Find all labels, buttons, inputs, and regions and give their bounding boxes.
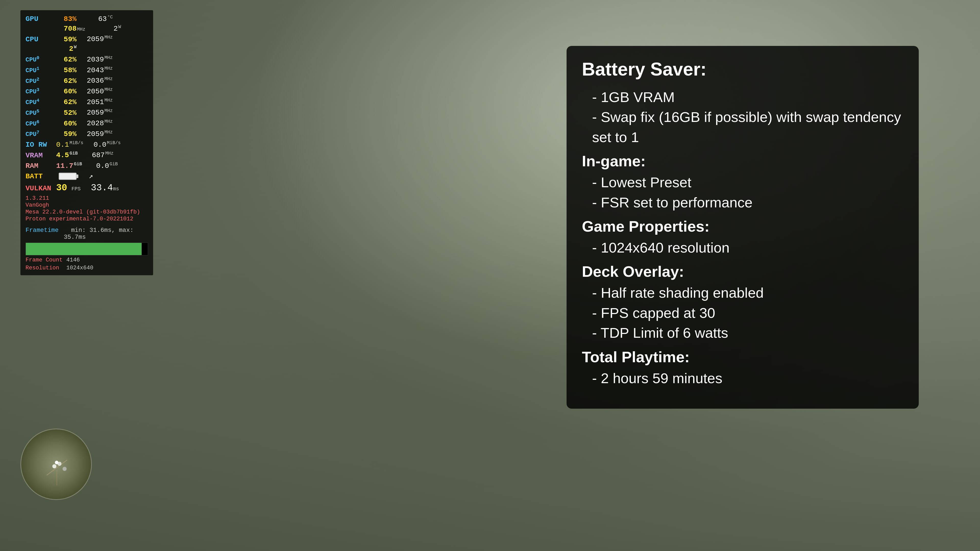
cpu-usage: 59% [56,35,76,44]
deck-overlay-section: Deck Overlay: - Half rate shading enable… [582,263,904,343]
cpu1-clock: 2043MHz [87,65,113,75]
io-label: IO RW [25,140,56,149]
vulkan-device: VanGogh [25,202,148,208]
fps-value: 30 [56,182,72,194]
frame-count-value: 4146 [66,257,80,263]
vram-clock: 687MHz [88,151,114,160]
total-playtime-title: Total Playtime: [582,348,904,366]
proton-version: Proton experimental-7.0-20221012 [25,216,148,222]
gpu-clock-row: 708MHz 2W [56,24,148,34]
cpu-label: CPU [25,35,56,44]
battery-saver-section: - 1GB VRAM - Swap fix (16GB if possible)… [582,87,904,147]
cpu4-usage: 62% [56,98,76,107]
fps-unit: FPS [72,186,81,192]
resolution-label: Resolution [25,265,66,271]
ingame-item-1: - Lowest Preset [582,172,904,192]
frame-count-row: Frame Count 4146 [25,257,148,263]
battery-item-1: - 1GB VRAM [582,87,904,107]
svg-point-4 [62,467,67,471]
cpu5-clock: 2059MHz [87,108,113,118]
cpu0-clock: 2039MHz [87,55,113,65]
frametime-info: min: 31.6ms, max: 35.7ms [64,227,148,241]
deck-overlay-item-2: - FPS capped at 30 [582,303,904,323]
gpu-label: GPU [25,14,56,24]
vulkan-fps-row: VULKAN 30 FPS 33.4 ms [25,182,148,194]
deck-overlay-item-1: - Half rate shading enabled [582,283,904,303]
svg-point-2 [52,464,56,468]
frametime-value: 33.4 [91,182,113,194]
cpu3-label: CPU3 [25,87,56,96]
vulkan-version: 1.3.211 [25,195,148,202]
cpu-power-row: 2W [56,44,148,54]
deck-overlay-title: Deck Overlay: [582,263,904,280]
vulkan-label: VULKAN [25,184,56,193]
gpu-row: GPU 83% 63°C [25,14,148,24]
vram-row: VRAM 4.5GiB 687MHz [25,151,148,160]
cpu3-clock: 2050MHz [87,87,113,97]
cpu6-label: CPU6 [25,119,56,128]
cpu2-row: CPU2 62% 2036MHz [25,76,148,86]
minimap [21,429,92,500]
frametime-bar [26,243,142,255]
cpu0-label: CPU0 [25,55,56,64]
frametime-row: Frametime min: 31.6ms, max: 35.7ms [25,225,148,241]
cpu2-clock: 2036MHz [87,76,113,86]
ingame-item-2: - FSR set to performance [582,192,904,213]
charging-arrow-icon: ↗ [89,172,93,181]
gpu-power: 2W [95,24,121,34]
cpu4-label: CPU4 [25,98,56,106]
cpu7-label: CPU7 [25,130,56,138]
cpu-clock: 2059MHz [87,35,113,44]
cpu5-label: CPU5 [25,108,56,117]
hud-panel: GPU 83% 63°C 708MHz 2W CPU 59% 2059MHz 2… [21,10,153,275]
cpu7-clock: 2059MHz [87,129,113,139]
ingame-title: In-game: [582,152,904,170]
cpu7-row: CPU7 59% 2059MHz [25,129,148,139]
io-row: IO RW 0.1MiB/s 0.0MiB/s [25,140,148,150]
ram-label: RAM [25,162,56,171]
cpu2-usage: 62% [56,76,76,86]
cpu6-row: CPU6 60% 2028MHz [25,119,148,128]
batt-label: BATT [25,172,56,181]
total-playtime-item-1: - 2 hours 59 minutes [582,368,904,388]
battery-icon [59,173,76,180]
cpu-row: CPU 59% 2059MHz [25,35,148,44]
cpu4-row: CPU4 62% 2051MHz [25,97,148,107]
batt-row: BATT ↗ [25,172,148,181]
cpu1-row: CPU1 58% 2043MHz [25,65,148,75]
resolution-value: 1024x640 [66,265,94,271]
cpu5-usage: 52% [56,108,76,118]
cpu3-row: CPU3 60% 2050MHz [25,87,148,97]
vram-label: VRAM [25,151,56,160]
io-write: 0.0MiB/s [94,140,121,150]
cpu4-clock: 2051MHz [87,97,113,107]
ram-other: 0.0GiB [92,161,118,171]
cpu0-usage: 62% [56,55,76,64]
vram-usage: 4.5GiB [56,151,78,160]
game-properties-item-1: - 1024x640 resolution [582,238,904,258]
info-panel-title: Battery Saver: [582,59,904,79]
ram-usage: 11.7GiB [56,161,82,171]
ingame-section: In-game: - Lowest Preset - FSR set to pe… [582,152,904,213]
gpu-usage: 83% [56,14,76,24]
gpu-temp: 63°C [87,14,113,24]
battery-icon-container [59,172,79,181]
gpu-clock: 708 [56,24,76,33]
frametime-label: Frametime [25,227,59,233]
cpu-power: 2W [56,44,76,54]
frametime-bar-container [25,243,148,256]
frametime-unit: ms [113,186,119,192]
cpu6-clock: 2028MHz [87,119,113,128]
minimap-inner [21,429,91,499]
resolution-row: Resolution 1024x640 [25,265,148,271]
io-read: 0.1MiB/s [56,140,83,150]
cpu1-label: CPU1 [25,66,56,75]
battery-item-2: - Swap fix (16GB if possible) with swap … [582,107,904,147]
total-playtime-section: Total Playtime: - 2 hours 59 minutes [582,348,904,388]
game-properties-title: Game Properties: [582,218,904,235]
cpu3-usage: 60% [56,87,76,96]
minimap-roads-svg [21,429,92,500]
cpu7-usage: 59% [56,130,76,139]
frame-count-label: Frame Count [25,257,66,263]
cpu6-usage: 60% [56,119,76,128]
